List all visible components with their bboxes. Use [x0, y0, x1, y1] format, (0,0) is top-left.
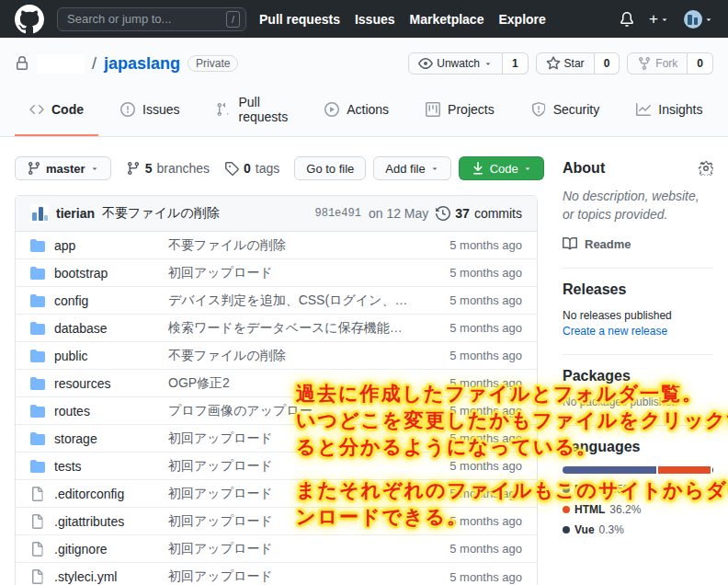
tab-security[interactable]: Security: [517, 87, 615, 136]
nav-issues[interactable]: Issues: [355, 12, 395, 27]
tab-settings[interactable]: Settings: [725, 87, 728, 136]
commit-author-avatar[interactable]: [30, 204, 49, 223]
tags-link[interactable]: 0 tags: [224, 161, 279, 176]
file-row: .gitignore初回アップロード5 months ago: [16, 535, 537, 563]
commit-history-link[interactable]: 37 commits: [436, 206, 522, 221]
create-release-link[interactable]: Create a new release: [563, 325, 713, 338]
file-commit-message[interactable]: 初回アップロード: [168, 265, 427, 281]
releases-section: Releases No releases published Create a …: [563, 269, 713, 355]
file-row: .styleci.yml初回アップロード5 months ago: [16, 563, 537, 585]
tab-issues[interactable]: Issues: [106, 87, 194, 136]
add-file-button[interactable]: Add file: [373, 156, 450, 180]
language-php[interactable]: PHP63.5%: [563, 483, 633, 496]
file-commit-message[interactable]: 初回アップロード: [168, 541, 427, 557]
file-name-link[interactable]: app: [54, 238, 168, 253]
star-label: Star: [564, 57, 585, 70]
file-row: public不要ファイルの削除5 months ago: [16, 342, 537, 370]
file-icon: [30, 514, 45, 529]
search-input[interactable]: Search or jump to... /: [57, 7, 246, 31]
folder-icon: [30, 431, 45, 446]
file-commit-message[interactable]: 不要ファイルの削除: [168, 348, 427, 364]
file-name-link[interactable]: .gitattributes: [54, 514, 168, 529]
file-commit-message[interactable]: 初回アップロード: [168, 430, 427, 447]
branch-meta: 5 branches 0 tags: [126, 161, 280, 176]
file-name-link[interactable]: database: [54, 321, 168, 336]
pr-icon: [216, 102, 231, 117]
languages-title: Languages: [563, 439, 640, 454]
file-name-link[interactable]: public: [54, 349, 168, 363]
fork-button[interactable]: Fork 0: [627, 52, 713, 75]
file-name-link[interactable]: bootstrap: [54, 266, 168, 281]
commit-author[interactable]: tierian: [56, 206, 95, 221]
file-commit-message[interactable]: 初回アップロード: [168, 458, 427, 475]
file-name-link[interactable]: tests: [54, 459, 168, 474]
code-download-button[interactable]: Code: [459, 156, 544, 180]
star-button[interactable]: Star 0: [536, 52, 620, 75]
file-commit-message[interactable]: 初回アップロード: [168, 568, 427, 585]
readme-link[interactable]: Readme: [563, 236, 713, 251]
tab-actions[interactable]: Actions: [310, 87, 404, 136]
packages-empty-text: No packages published: [563, 396, 713, 408]
create-new-button[interactable]: +: [649, 11, 669, 27]
unwatch-label: Unwatch: [437, 57, 480, 70]
folder-icon: [30, 349, 45, 363]
fork-icon: [637, 56, 652, 71]
file-commit-age: 5 months ago: [427, 459, 522, 473]
file-row: resourcesOGP修正25 months ago: [16, 370, 537, 397]
language-html[interactable]: HTML36.2%: [563, 503, 641, 516]
tab-pull-requests[interactable]: Pull requests: [201, 87, 302, 136]
file-commit-message[interactable]: デバイス判定を追加、CSS(ログイン、サーチバー、…: [168, 292, 427, 309]
file-name-link[interactable]: resources: [54, 376, 168, 391]
commit-message[interactable]: 不要ファイルの削除: [102, 205, 307, 222]
star-icon: [546, 56, 561, 71]
file-name-link[interactable]: .gitignore: [54, 542, 168, 556]
file-commit-message[interactable]: 不要ファイルの削除: [168, 237, 427, 254]
main-column: master 5 branches 0 tags: [15, 156, 538, 585]
notifications-bell-icon[interactable]: [620, 12, 634, 27]
file-row: configデバイス判定を追加、CSS(ログイン、サーチバー、…5 months…: [16, 287, 537, 315]
file-name-link[interactable]: config: [54, 293, 168, 308]
stars-count[interactable]: 0: [595, 52, 620, 75]
file-row: bootstrap初回アップロード5 months ago: [16, 259, 537, 287]
code-icon: [29, 102, 44, 117]
branches-link[interactable]: 5 branches: [126, 161, 210, 176]
file-name-link[interactable]: .editorconfig: [54, 487, 168, 501]
nav-explore[interactable]: Explore: [498, 12, 545, 27]
watchers-count[interactable]: 1: [503, 52, 529, 75]
gear-icon[interactable]: [699, 161, 713, 176]
file-icon: [30, 569, 45, 584]
lang-bar-vue: [712, 466, 713, 474]
about-title: About: [563, 160, 605, 177]
file-commit-message[interactable]: 検索ワードをデータベースに保存機能追加。OGP設…: [168, 320, 427, 337]
language-percent: 0.3%: [599, 523, 624, 536]
tab-projects[interactable]: Projects: [411, 87, 509, 136]
chevron-down-icon: [704, 15, 713, 24]
breadcrumb-separator: /: [92, 54, 97, 74]
forks-count[interactable]: 0: [688, 52, 713, 75]
file-commit-message[interactable]: 初回アップロード: [168, 513, 427, 530]
github-logo-icon[interactable]: [15, 5, 44, 34]
languages-bar: [563, 466, 713, 474]
file-commit-message[interactable]: 初回アップロード: [168, 486, 427, 502]
commits-label: commits: [474, 206, 522, 221]
tab-insights[interactable]: Insights: [621, 87, 717, 136]
go-to-file-button[interactable]: Go to file: [294, 156, 366, 180]
branch-selector[interactable]: master: [15, 156, 111, 180]
commit-hash[interactable]: 981e491: [315, 207, 361, 220]
file-name-link[interactable]: storage: [54, 431, 168, 446]
language-vue[interactable]: Vue0.3%: [563, 523, 624, 536]
repo-name-link[interactable]: japaslang: [104, 54, 180, 74]
play-icon: [324, 102, 339, 117]
nav-pull-requests[interactable]: Pull requests: [259, 12, 340, 27]
nav-marketplace[interactable]: Marketplace: [410, 12, 484, 27]
file-name-link[interactable]: .styleci.yml: [54, 569, 168, 584]
packages-title: Packages: [563, 368, 631, 384]
file-commit-age: 5 months ago: [427, 542, 522, 556]
user-menu[interactable]: [684, 10, 713, 29]
file-commit-message[interactable]: プロフ画像のアップロー: [168, 403, 427, 419]
file-commit-message[interactable]: OGP修正2: [168, 375, 427, 392]
tab-code[interactable]: Code: [15, 87, 98, 136]
file-name-link[interactable]: routes: [54, 404, 168, 419]
unwatch-button[interactable]: Unwatch 1: [408, 52, 528, 75]
git-branch-icon: [27, 161, 41, 176]
